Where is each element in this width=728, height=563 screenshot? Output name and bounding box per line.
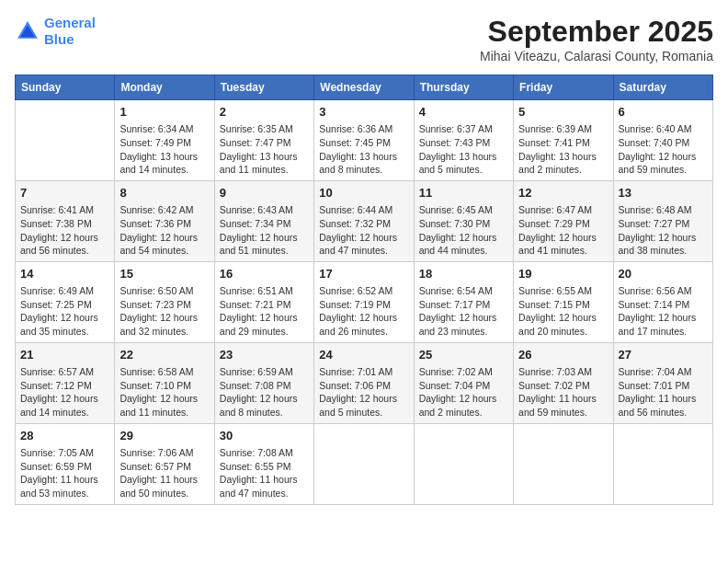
calendar-cell [613,423,712,504]
calendar-cell: 27Sunrise: 7:04 AM Sunset: 7:01 PM Dayli… [613,342,712,423]
logo-icon [15,18,40,44]
day-info: Sunrise: 7:03 AM Sunset: 7:02 PM Dayligh… [518,365,608,419]
day-number: 11 [419,185,508,201]
calendar-cell: 30Sunrise: 7:08 AM Sunset: 6:55 PM Dayli… [214,423,313,504]
day-info: Sunrise: 6:41 AM Sunset: 7:38 PM Dayligh… [20,203,109,258]
calendar-cell: 23Sunrise: 6:59 AM Sunset: 7:08 PM Dayli… [214,342,313,423]
weekday-header-monday: Monday [115,75,214,100]
month-title: September 2025 [480,15,713,49]
day-info: Sunrise: 6:47 AM Sunset: 7:29 PM Dayligh… [518,203,608,258]
day-number: 29 [119,428,209,444]
day-info: Sunrise: 7:02 AM Sunset: 7:04 PM Dayligh… [419,365,508,419]
calendar-cell: 15Sunrise: 6:50 AM Sunset: 7:23 PM Dayli… [115,261,214,342]
day-number: 21 [20,347,109,363]
day-info: Sunrise: 6:37 AM Sunset: 7:43 PM Dayligh… [419,122,508,177]
weekday-header-wednesday: Wednesday [314,75,414,100]
day-info: Sunrise: 6:36 AM Sunset: 7:45 PM Dayligh… [319,122,408,177]
day-number: 1 [119,104,209,121]
day-number: 2 [220,104,309,121]
day-info: Sunrise: 6:55 AM Sunset: 7:15 PM Dayligh… [518,284,608,339]
day-info: Sunrise: 7:05 AM Sunset: 6:59 PM Dayligh… [20,446,109,500]
calendar-cell: 8Sunrise: 6:42 AM Sunset: 7:36 PM Daylig… [115,180,214,261]
weekday-header-friday: Friday [514,75,613,100]
calendar-cell: 29Sunrise: 7:06 AM Sunset: 6:57 PM Dayli… [115,423,214,504]
day-number: 23 [220,347,309,363]
day-number: 19 [518,266,608,282]
day-info: Sunrise: 6:40 AM Sunset: 7:40 PM Dayligh… [619,122,708,177]
weekday-header-sunday: Sunday [16,75,115,100]
calendar-cell: 16Sunrise: 6:51 AM Sunset: 7:21 PM Dayli… [214,261,313,342]
day-number: 27 [619,347,708,363]
day-number: 7 [20,185,109,201]
day-number: 15 [119,266,209,282]
calendar-cell: 12Sunrise: 6:47 AM Sunset: 7:29 PM Dayli… [514,180,613,261]
day-number: 6 [619,104,708,121]
day-info: Sunrise: 6:49 AM Sunset: 7:25 PM Dayligh… [20,284,109,339]
day-info: Sunrise: 7:04 AM Sunset: 7:01 PM Dayligh… [619,365,708,419]
day-info: Sunrise: 7:01 AM Sunset: 7:06 PM Dayligh… [319,365,408,419]
calendar-cell: 21Sunrise: 6:57 AM Sunset: 7:12 PM Dayli… [16,342,115,423]
calendar-cell: 9Sunrise: 6:43 AM Sunset: 7:34 PM Daylig… [214,180,313,261]
day-number: 3 [319,104,408,121]
day-info: Sunrise: 6:34 AM Sunset: 7:49 PM Dayligh… [119,122,209,177]
day-info: Sunrise: 7:06 AM Sunset: 6:57 PM Dayligh… [119,446,209,500]
day-info: Sunrise: 6:42 AM Sunset: 7:36 PM Dayligh… [119,203,209,258]
calendar-cell: 11Sunrise: 6:45 AM Sunset: 7:30 PM Dayli… [414,180,513,261]
calendar-cell: 26Sunrise: 7:03 AM Sunset: 7:02 PM Dayli… [514,342,613,423]
day-number: 14 [20,266,109,282]
logo: General Blue [15,15,96,48]
day-info: Sunrise: 6:56 AM Sunset: 7:14 PM Dayligh… [619,284,708,339]
logo-line1: General [44,15,96,30]
calendar-cell: 6Sunrise: 6:40 AM Sunset: 7:40 PM Daylig… [613,100,712,181]
calendar-cell: 4Sunrise: 6:37 AM Sunset: 7:43 PM Daylig… [414,100,513,181]
day-number: 25 [419,347,508,363]
calendar-cell: 20Sunrise: 6:56 AM Sunset: 7:14 PM Dayli… [613,261,712,342]
day-info: Sunrise: 6:35 AM Sunset: 7:47 PM Dayligh… [220,122,309,177]
day-number: 17 [319,266,408,282]
day-info: Sunrise: 6:59 AM Sunset: 7:08 PM Dayligh… [220,365,309,419]
day-info: Sunrise: 6:48 AM Sunset: 7:27 PM Dayligh… [619,203,708,258]
day-info: Sunrise: 6:39 AM Sunset: 7:41 PM Dayligh… [518,122,608,177]
calendar-cell: 19Sunrise: 6:55 AM Sunset: 7:15 PM Dayli… [514,261,613,342]
day-number: 13 [619,185,708,201]
day-info: Sunrise: 6:51 AM Sunset: 7:21 PM Dayligh… [220,284,309,339]
page-header: General Blue September 2025 Mihai Viteaz… [15,15,713,63]
day-number: 5 [518,104,608,121]
day-number: 9 [220,185,309,201]
calendar-cell [514,423,613,504]
day-number: 16 [220,266,309,282]
calendar-cell: 18Sunrise: 6:54 AM Sunset: 7:17 PM Dayli… [414,261,513,342]
day-info: Sunrise: 6:44 AM Sunset: 7:32 PM Dayligh… [319,203,408,258]
day-number: 8 [119,185,209,201]
day-number: 28 [20,428,109,444]
calendar-header: SundayMondayTuesdayWednesdayThursdayFrid… [16,75,713,100]
day-info: Sunrise: 6:45 AM Sunset: 7:30 PM Dayligh… [419,203,508,258]
calendar-cell: 2Sunrise: 6:35 AM Sunset: 7:47 PM Daylig… [214,100,313,181]
calendar-cell: 3Sunrise: 6:36 AM Sunset: 7:45 PM Daylig… [314,100,414,181]
calendar-cell: 25Sunrise: 7:02 AM Sunset: 7:04 PM Dayli… [414,342,513,423]
calendar-cell [414,423,513,504]
day-number: 10 [319,185,408,201]
calendar-cell: 5Sunrise: 6:39 AM Sunset: 7:41 PM Daylig… [514,100,613,181]
day-number: 20 [619,266,708,282]
day-number: 30 [220,428,309,444]
logo-text: General Blue [44,15,96,48]
calendar-cell: 22Sunrise: 6:58 AM Sunset: 7:10 PM Dayli… [115,342,214,423]
location-subtitle: Mihai Viteazu, Calarasi County, Romania [480,49,713,63]
day-info: Sunrise: 7:08 AM Sunset: 6:55 PM Dayligh… [220,446,309,500]
weekday-header-saturday: Saturday [613,75,712,100]
calendar-cell: 10Sunrise: 6:44 AM Sunset: 7:32 PM Dayli… [314,180,414,261]
day-number: 26 [518,347,608,363]
calendar-cell: 28Sunrise: 7:05 AM Sunset: 6:59 PM Dayli… [16,423,115,504]
calendar-cell: 13Sunrise: 6:48 AM Sunset: 7:27 PM Dayli… [613,180,712,261]
calendar-cell: 14Sunrise: 6:49 AM Sunset: 7:25 PM Dayli… [16,261,115,342]
calendar-table: SundayMondayTuesdayWednesdayThursdayFrid… [15,75,713,505]
day-info: Sunrise: 6:52 AM Sunset: 7:19 PM Dayligh… [319,284,408,339]
day-number: 24 [319,347,408,363]
calendar-cell [16,100,115,181]
day-info: Sunrise: 6:58 AM Sunset: 7:10 PM Dayligh… [119,365,209,419]
title-block: September 2025 Mihai Viteazu, Calarasi C… [480,15,713,63]
day-info: Sunrise: 6:54 AM Sunset: 7:17 PM Dayligh… [419,284,508,339]
day-number: 12 [518,185,608,201]
day-number: 18 [419,266,508,282]
